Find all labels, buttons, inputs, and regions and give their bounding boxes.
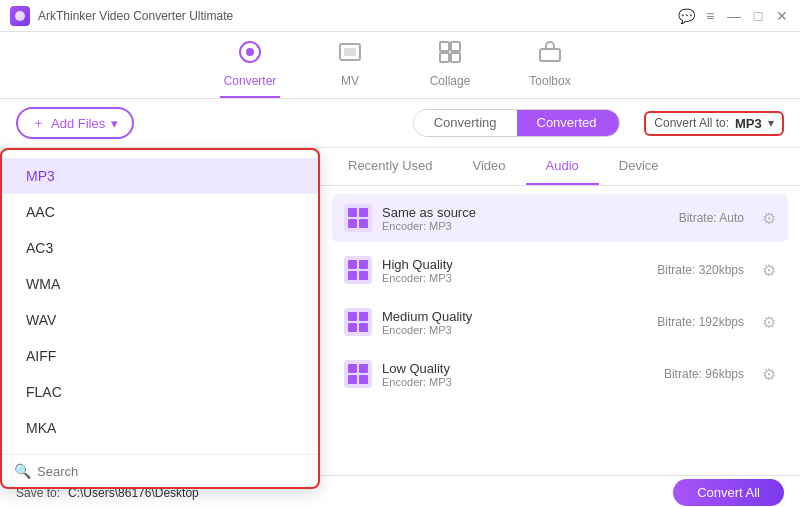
convert-all-label: Convert All to: bbox=[654, 116, 729, 130]
tab-collage[interactable]: Collage bbox=[420, 40, 480, 98]
main-content: MP3 AAC AC3 WMA WAV AIFF FLAC MKA 🔍 Rece… bbox=[0, 148, 800, 475]
format-option-bitrate-low: Bitrate: 96kbps bbox=[664, 367, 744, 381]
title-bar: ArkThinker Video Converter Ultimate 💬 ≡ … bbox=[0, 0, 800, 32]
plus-icon: ＋ bbox=[32, 114, 45, 132]
svg-rect-9 bbox=[540, 49, 560, 61]
tab-audio[interactable]: Audio bbox=[526, 148, 599, 185]
format-mka[interactable]: MKA bbox=[2, 410, 318, 446]
nav-tabs: Converter MV Collage Toolbox bbox=[0, 32, 800, 99]
format-dropdown: MP3 AAC AC3 WMA WAV AIFF FLAC MKA 🔍 bbox=[0, 148, 320, 489]
format-option-icon-medium bbox=[344, 308, 372, 336]
format-option-title-low: Low Quality bbox=[382, 361, 654, 376]
format-mp3[interactable]: MP3 bbox=[2, 158, 318, 194]
tab-collage-label: Collage bbox=[430, 74, 471, 88]
svg-rect-4 bbox=[344, 48, 356, 56]
close-button[interactable]: ✕ bbox=[774, 8, 790, 24]
format-option-info-same: Same as source Encoder: MP3 bbox=[382, 205, 669, 232]
menu-icon[interactable]: ≡ bbox=[702, 8, 718, 24]
app-icon bbox=[10, 6, 30, 26]
convert-all-arrow-icon: ▾ bbox=[768, 116, 774, 130]
tab-converter-label: Converter bbox=[224, 74, 277, 88]
converted-tab[interactable]: Converted• bbox=[517, 110, 620, 135]
toolbox-icon bbox=[538, 40, 562, 70]
format-option-title-medium: Medium Quality bbox=[382, 309, 647, 324]
svg-rect-7 bbox=[440, 53, 449, 62]
svg-rect-8 bbox=[451, 53, 460, 62]
format-ac3[interactable]: AC3 bbox=[2, 230, 318, 266]
app-title: ArkThinker Video Converter Ultimate bbox=[38, 9, 678, 23]
format-tabs: Recently Used Video Audio Device bbox=[320, 148, 800, 186]
tab-recently-used[interactable]: Recently Used bbox=[328, 148, 453, 185]
collage-icon bbox=[438, 40, 462, 70]
svg-point-2 bbox=[246, 48, 254, 56]
minimize-button[interactable]: — bbox=[726, 8, 742, 24]
chat-icon[interactable]: 💬 bbox=[678, 8, 694, 24]
format-option-info-low: Low Quality Encoder: MP3 bbox=[382, 361, 654, 388]
format-option-high[interactable]: High Quality Encoder: MP3 Bitrate: 320kb… bbox=[332, 246, 788, 294]
format-option-medium[interactable]: Medium Quality Encoder: MP3 Bitrate: 192… bbox=[332, 298, 788, 346]
format-aiff[interactable]: AIFF bbox=[2, 338, 318, 374]
add-files-label: Add Files bbox=[51, 116, 105, 131]
search-icon: 🔍 bbox=[14, 463, 31, 479]
format-option-title-same: Same as source bbox=[382, 205, 669, 220]
svg-point-0 bbox=[15, 11, 25, 21]
gear-icon-same[interactable]: ⚙ bbox=[762, 209, 776, 228]
tab-video[interactable]: Video bbox=[453, 148, 526, 185]
format-option-low[interactable]: Low Quality Encoder: MP3 Bitrate: 96kbps… bbox=[332, 350, 788, 398]
converted-tab-label: Converted bbox=[537, 116, 597, 131]
format-option-info-high: High Quality Encoder: MP3 bbox=[382, 257, 647, 284]
tab-toolbox-label: Toolbox bbox=[529, 74, 570, 88]
convert-all-box: Convert All to: MP3 ▾ bbox=[644, 111, 784, 136]
format-panel: Recently Used Video Audio Device Same as… bbox=[320, 148, 800, 475]
format-option-encoder-low: Encoder: MP3 bbox=[382, 376, 654, 388]
converting-tab[interactable]: Converting bbox=[414, 110, 517, 135]
toolbar: ＋ Add Files ▾ Converting Converted• Conv… bbox=[0, 99, 800, 148]
gear-icon-medium[interactable]: ⚙ bbox=[762, 313, 776, 332]
format-wma[interactable]: WMA bbox=[2, 266, 318, 302]
tab-toolbox[interactable]: Toolbox bbox=[520, 40, 580, 98]
format-option-encoder-medium: Encoder: MP3 bbox=[382, 324, 647, 336]
tab-converter[interactable]: Converter bbox=[220, 40, 280, 98]
convert-tabs: Converting Converted• bbox=[413, 109, 621, 136]
format-option-icon-same bbox=[344, 204, 372, 232]
format-wav[interactable]: WAV bbox=[2, 302, 318, 338]
converter-icon bbox=[238, 40, 262, 70]
search-input[interactable] bbox=[37, 464, 306, 479]
format-options: Same as source Encoder: MP3 Bitrate: Aut… bbox=[320, 186, 800, 406]
format-option-icon-low bbox=[344, 360, 372, 388]
format-option-encoder-high: Encoder: MP3 bbox=[382, 272, 647, 284]
maximize-button[interactable]: □ bbox=[750, 8, 766, 24]
mv-icon bbox=[338, 40, 362, 70]
format-option-title-high: High Quality bbox=[382, 257, 647, 272]
gear-icon-high[interactable]: ⚙ bbox=[762, 261, 776, 280]
convert-all-select[interactable]: MP3 bbox=[735, 116, 762, 131]
convert-all-button[interactable]: Convert All bbox=[673, 479, 784, 506]
tab-device[interactable]: Device bbox=[599, 148, 679, 185]
window-controls: 💬 ≡ — □ ✕ bbox=[678, 8, 790, 24]
svg-rect-6 bbox=[451, 42, 460, 51]
format-option-bitrate-high: Bitrate: 320kbps bbox=[657, 263, 744, 277]
format-option-bitrate-medium: Bitrate: 192kbps bbox=[657, 315, 744, 329]
converted-dot: • bbox=[596, 115, 599, 124]
add-files-button[interactable]: ＋ Add Files ▾ bbox=[16, 107, 134, 139]
tab-mv[interactable]: MV bbox=[320, 40, 380, 98]
format-option-bitrate-same: Bitrate: Auto bbox=[679, 211, 744, 225]
format-option-info-medium: Medium Quality Encoder: MP3 bbox=[382, 309, 647, 336]
format-aac[interactable]: AAC bbox=[2, 194, 318, 230]
format-option-same[interactable]: Same as source Encoder: MP3 Bitrate: Aut… bbox=[332, 194, 788, 242]
format-option-icon-high bbox=[344, 256, 372, 284]
gear-icon-low[interactable]: ⚙ bbox=[762, 365, 776, 384]
dropdown-arrow-icon: ▾ bbox=[111, 116, 118, 131]
format-search: 🔍 bbox=[2, 454, 318, 487]
svg-rect-5 bbox=[440, 42, 449, 51]
format-flac[interactable]: FLAC bbox=[2, 374, 318, 410]
tab-mv-label: MV bbox=[341, 74, 359, 88]
format-option-encoder-same: Encoder: MP3 bbox=[382, 220, 669, 232]
format-list: MP3 AAC AC3 WMA WAV AIFF FLAC MKA bbox=[2, 150, 318, 454]
